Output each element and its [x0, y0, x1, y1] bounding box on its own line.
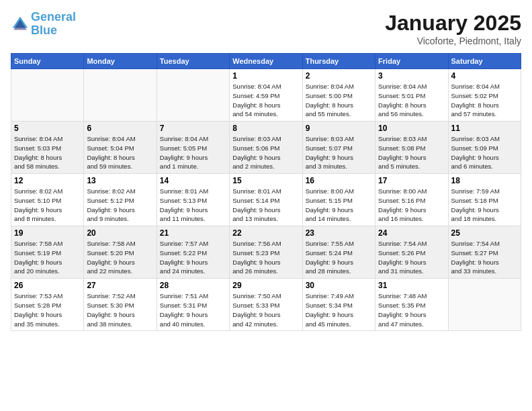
- day-info: Sunrise: 8:03 AMSunset: 5:07 PMDaylight:…: [306, 134, 372, 171]
- day-cell: 22Sunrise: 7:56 AMSunset: 5:23 PMDayligh…: [230, 226, 302, 279]
- title-block: January 2025 Vicoforte, Piedmont, Italy: [385, 11, 521, 46]
- day-number: 20: [87, 228, 153, 238]
- week-row-4: 19Sunrise: 7:58 AMSunset: 5:19 PMDayligh…: [11, 226, 521, 279]
- logo-general: General: [31, 10, 76, 24]
- day-cell: 13Sunrise: 8:02 AMSunset: 5:12 PMDayligh…: [84, 174, 157, 226]
- day-cell: 30Sunrise: 7:49 AMSunset: 5:34 PMDayligh…: [302, 279, 375, 331]
- week-row-1: 1Sunrise: 8:04 AMSunset: 4:59 PMDaylight…: [11, 69, 521, 122]
- day-number: 9: [306, 124, 372, 133]
- day-info: Sunrise: 7:49 AMSunset: 5:34 PMDaylight:…: [306, 291, 372, 328]
- day-info: Sunrise: 8:00 AMSunset: 5:16 PMDaylight:…: [378, 187, 445, 224]
- day-number: 27: [87, 281, 153, 290]
- day-number: 24: [378, 228, 445, 238]
- day-cell: 26Sunrise: 7:53 AMSunset: 5:28 PMDayligh…: [11, 279, 84, 331]
- day-number: 2: [306, 71, 372, 81]
- col-tuesday: Tuesday: [157, 54, 229, 69]
- calendar-title: January 2025: [385, 11, 521, 36]
- day-info: Sunrise: 7:50 AMSunset: 5:33 PMDaylight:…: [232, 291, 299, 328]
- day-info: Sunrise: 8:04 AMSunset: 4:59 PMDaylight:…: [232, 82, 299, 119]
- week-row-3: 12Sunrise: 8:02 AMSunset: 5:10 PMDayligh…: [11, 174, 521, 226]
- day-info: Sunrise: 7:55 AMSunset: 5:24 PMDaylight:…: [306, 239, 372, 276]
- day-info: Sunrise: 7:59 AMSunset: 5:18 PMDaylight:…: [451, 187, 518, 224]
- day-number: 1: [232, 71, 299, 81]
- day-number: 3: [378, 71, 445, 81]
- day-info: Sunrise: 7:56 AMSunset: 5:23 PMDaylight:…: [232, 239, 299, 276]
- day-cell: 24Sunrise: 7:54 AMSunset: 5:26 PMDayligh…: [375, 226, 448, 279]
- day-cell: 11Sunrise: 8:03 AMSunset: 5:09 PMDayligh…: [448, 122, 521, 174]
- day-number: 14: [160, 176, 226, 185]
- col-monday: Monday: [84, 54, 157, 69]
- day-cell: 2Sunrise: 8:04 AMSunset: 5:00 PMDaylight…: [302, 69, 375, 122]
- day-info: Sunrise: 8:04 AMSunset: 5:02 PMDaylight:…: [451, 82, 518, 119]
- day-number: 29: [232, 281, 299, 290]
- day-number: 6: [87, 124, 153, 133]
- day-cell: 17Sunrise: 8:00 AMSunset: 5:16 PMDayligh…: [375, 174, 448, 226]
- day-cell: 29Sunrise: 7:50 AMSunset: 5:33 PMDayligh…: [230, 279, 302, 331]
- calendar-subtitle: Vicoforte, Piedmont, Italy: [385, 36, 521, 46]
- day-cell: 21Sunrise: 7:57 AMSunset: 5:22 PMDayligh…: [157, 226, 229, 279]
- day-cell: 14Sunrise: 8:01 AMSunset: 5:13 PMDayligh…: [157, 174, 229, 226]
- day-number: 10: [378, 124, 445, 133]
- day-cell: [157, 69, 229, 122]
- col-saturday: Saturday: [448, 54, 521, 69]
- logo-icon: [11, 15, 30, 34]
- logo-blue: Blue: [31, 24, 57, 37]
- day-cell: 3Sunrise: 8:04 AMSunset: 5:01 PMDaylight…: [375, 69, 448, 122]
- day-number: 23: [306, 228, 372, 238]
- day-info: Sunrise: 8:02 AMSunset: 5:12 PMDaylight:…: [87, 187, 153, 224]
- day-info: Sunrise: 8:03 AMSunset: 5:09 PMDaylight:…: [451, 134, 518, 171]
- day-cell: 10Sunrise: 8:03 AMSunset: 5:08 PMDayligh…: [375, 122, 448, 174]
- header: General Blue January 2025 Vicoforte, Pie…: [11, 11, 521, 46]
- day-cell: 16Sunrise: 8:00 AMSunset: 5:15 PMDayligh…: [302, 174, 375, 226]
- day-cell: 19Sunrise: 7:58 AMSunset: 5:19 PMDayligh…: [11, 226, 84, 279]
- day-number: 18: [451, 176, 518, 185]
- day-info: Sunrise: 8:04 AMSunset: 5:01 PMDaylight:…: [378, 82, 445, 119]
- day-cell: 9Sunrise: 8:03 AMSunset: 5:07 PMDaylight…: [302, 122, 375, 174]
- day-number: 19: [14, 228, 81, 238]
- day-info: Sunrise: 8:03 AMSunset: 5:06 PMDaylight:…: [232, 134, 299, 171]
- day-info: Sunrise: 7:57 AMSunset: 5:22 PMDaylight:…: [160, 239, 226, 276]
- day-cell: 12Sunrise: 8:02 AMSunset: 5:10 PMDayligh…: [11, 174, 84, 226]
- day-number: 4: [451, 71, 518, 81]
- day-cell: 31Sunrise: 7:48 AMSunset: 5:35 PMDayligh…: [375, 279, 448, 331]
- logo-text: General Blue: [31, 11, 76, 38]
- day-cell: 20Sunrise: 7:58 AMSunset: 5:20 PMDayligh…: [84, 226, 157, 279]
- day-cell: 8Sunrise: 8:03 AMSunset: 5:06 PMDaylight…: [230, 122, 302, 174]
- day-number: 16: [306, 176, 372, 185]
- day-number: 30: [306, 281, 372, 290]
- day-cell: [448, 279, 521, 331]
- day-number: 11: [451, 124, 518, 133]
- col-wednesday: Wednesday: [230, 54, 302, 69]
- day-info: Sunrise: 7:54 AMSunset: 5:27 PMDaylight:…: [451, 239, 518, 276]
- day-number: 26: [14, 281, 81, 290]
- day-info: Sunrise: 8:04 AMSunset: 5:04 PMDaylight:…: [87, 134, 153, 171]
- day-info: Sunrise: 7:54 AMSunset: 5:26 PMDaylight:…: [378, 239, 445, 276]
- day-number: 17: [378, 176, 445, 185]
- day-cell: [84, 69, 157, 122]
- day-number: 12: [14, 176, 81, 185]
- day-info: Sunrise: 7:48 AMSunset: 5:35 PMDaylight:…: [378, 291, 445, 328]
- day-cell: 5Sunrise: 8:04 AMSunset: 5:03 PMDaylight…: [11, 122, 84, 174]
- day-number: 15: [232, 176, 299, 185]
- day-info: Sunrise: 7:51 AMSunset: 5:31 PMDaylight:…: [160, 291, 226, 328]
- day-number: 21: [160, 228, 226, 238]
- day-info: Sunrise: 8:03 AMSunset: 5:08 PMDaylight:…: [378, 134, 445, 171]
- week-row-2: 5Sunrise: 8:04 AMSunset: 5:03 PMDaylight…: [11, 122, 521, 174]
- logo: General Blue: [11, 11, 76, 38]
- day-info: Sunrise: 8:01 AMSunset: 5:14 PMDaylight:…: [232, 187, 299, 224]
- day-cell: 18Sunrise: 7:59 AMSunset: 5:18 PMDayligh…: [448, 174, 521, 226]
- day-cell: 27Sunrise: 7:52 AMSunset: 5:30 PMDayligh…: [84, 279, 157, 331]
- day-number: 22: [232, 228, 299, 238]
- header-row: Sunday Monday Tuesday Wednesday Thursday…: [11, 54, 521, 69]
- week-row-5: 26Sunrise: 7:53 AMSunset: 5:28 PMDayligh…: [11, 279, 521, 331]
- day-number: 28: [160, 281, 226, 290]
- day-cell: 4Sunrise: 8:04 AMSunset: 5:02 PMDaylight…: [448, 69, 521, 122]
- day-number: 7: [160, 124, 226, 133]
- day-info: Sunrise: 7:52 AMSunset: 5:30 PMDaylight:…: [87, 291, 153, 328]
- col-friday: Friday: [375, 54, 448, 69]
- day-cell: [11, 69, 84, 122]
- day-number: 5: [14, 124, 81, 133]
- day-info: Sunrise: 7:53 AMSunset: 5:28 PMDaylight:…: [14, 291, 81, 328]
- day-cell: 1Sunrise: 8:04 AMSunset: 4:59 PMDaylight…: [230, 69, 302, 122]
- day-number: 8: [232, 124, 299, 133]
